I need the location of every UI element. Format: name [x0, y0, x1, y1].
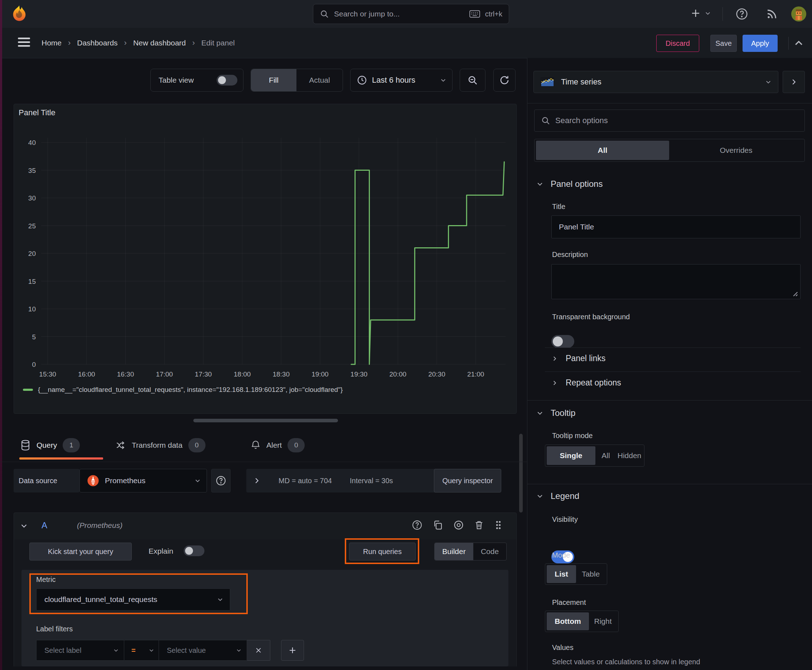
- tooltip-mode-all[interactable]: All: [595, 446, 616, 465]
- legend-header[interactable]: Legend: [536, 491, 579, 501]
- filter-all-option[interactable]: All: [536, 140, 669, 160]
- interval-stat: Interval = 30s: [350, 477, 393, 485]
- operator-dropdown[interactable]: =: [124, 640, 159, 661]
- panel-options-header[interactable]: Panel options: [536, 179, 603, 189]
- time-range-picker[interactable]: Last 6 hours: [350, 69, 453, 91]
- repeat-options-row[interactable]: Repeat options: [551, 378, 621, 387]
- drag-grip-icon[interactable]: [494, 520, 503, 530]
- datasource-picker[interactable]: Prometheus: [80, 469, 207, 492]
- tab-alert[interactable]: Alert 0: [251, 434, 305, 457]
- tabs-divider: [0, 462, 527, 462]
- panel-title-input[interactable]: [551, 215, 800, 239]
- add-menu-button[interactable]: [690, 8, 711, 19]
- zoom-out-button[interactable]: [460, 69, 485, 91]
- select-label-dropdown[interactable]: Select label: [36, 640, 124, 661]
- trash-icon[interactable]: [474, 520, 484, 530]
- filter-overrides-option[interactable]: Overrides: [669, 140, 803, 160]
- run-queries-button[interactable]: Run queries: [349, 543, 416, 560]
- fill-option[interactable]: Fill: [251, 69, 297, 91]
- menu-toggle-button[interactable]: [17, 37, 32, 48]
- svg-text:30: 30: [28, 195, 36, 202]
- query-collapse-chevron[interactable]: [20, 522, 28, 530]
- legend-mode-table[interactable]: Table: [576, 565, 605, 583]
- rss-icon: [765, 7, 778, 20]
- plus-icon: [288, 646, 297, 655]
- options-search-box[interactable]: Search options: [534, 110, 805, 132]
- svg-text:0: 0: [32, 361, 36, 368]
- legend-placement-label: Placement: [552, 599, 586, 607]
- add-filter-button[interactable]: [281, 640, 304, 661]
- query-options-bar[interactable]: MD = auto = 704 Interval = 30s: [246, 469, 446, 492]
- panel-links-row[interactable]: Panel links: [551, 354, 605, 363]
- tooltip-header[interactable]: Tooltip: [536, 408, 575, 418]
- legend-placement-right[interactable]: Right: [589, 612, 617, 630]
- user-avatar[interactable]: [791, 7, 806, 22]
- duplicate-icon[interactable]: [432, 520, 443, 530]
- help-button[interactable]: [736, 7, 748, 20]
- actual-option[interactable]: Actual: [297, 69, 342, 91]
- tab-query[interactable]: Query 1: [20, 434, 80, 457]
- resize-handle-icon[interactable]: [790, 289, 798, 297]
- discard-button[interactable]: Discard: [656, 35, 699, 52]
- legend-mode-label: Mode: [552, 551, 570, 559]
- table-view-toggle[interactable]: [217, 75, 237, 86]
- svg-text:16:00: 16:00: [78, 371, 95, 378]
- panel-resize-handle[interactable]: [193, 419, 338, 422]
- metric-select[interactable]: cloudflared_tunnel_total_requests: [36, 589, 230, 611]
- kick-start-query-button[interactable]: Kick start your query: [29, 543, 132, 560]
- transparent-background-toggle[interactable]: [551, 335, 574, 348]
- breadcrumb-home[interactable]: Home: [42, 39, 61, 47]
- builder-option[interactable]: Builder: [435, 543, 473, 560]
- news-button[interactable]: [765, 7, 778, 20]
- active-tab-underline: [19, 457, 103, 460]
- svg-text:19:00: 19:00: [312, 371, 329, 378]
- svg-text:17:00: 17:00: [156, 371, 173, 378]
- breadcrumb-dashboards[interactable]: Dashboards: [77, 39, 117, 47]
- series-legend-label[interactable]: {__name__="cloudflared_tunnel_total_requ…: [38, 386, 342, 394]
- query-inspector-button[interactable]: Query inspector: [434, 469, 501, 492]
- collapse-pane-button[interactable]: [783, 71, 805, 93]
- all-overrides-switch: All Overrides: [534, 139, 805, 162]
- chevron-down-icon: [236, 648, 242, 653]
- tab-transform-data[interactable]: Transform data 0: [115, 434, 205, 457]
- apply-button[interactable]: Apply: [742, 35, 778, 52]
- tooltip-mode-switch: Single All Hidden: [545, 445, 644, 467]
- grafana-logo[interactable]: [10, 5, 29, 23]
- query-ref-id[interactable]: A: [42, 520, 47, 530]
- svg-text:18:30: 18:30: [273, 371, 290, 378]
- remove-filter-button[interactable]: [247, 640, 270, 661]
- breadcrumb-new-dashboard[interactable]: New dashboard: [133, 39, 186, 47]
- save-button[interactable]: Save: [710, 35, 737, 52]
- panel-links-label: Panel links: [566, 354, 605, 363]
- metric-value: cloudflared_tunnel_total_requests: [44, 595, 217, 604]
- visualization-picker[interactable]: Time series: [534, 71, 778, 93]
- eye-icon[interactable]: [453, 520, 464, 530]
- help-icon[interactable]: [412, 520, 422, 530]
- tooltip-mode-hidden[interactable]: Hidden: [616, 446, 642, 465]
- explain-toggle[interactable]: [184, 545, 204, 556]
- legend-placement-bottom[interactable]: Bottom: [547, 612, 589, 630]
- select-value-dropdown[interactable]: Select value: [159, 640, 247, 661]
- refresh-button[interactable]: [493, 69, 515, 91]
- timeseries-chart[interactable]: 051015202530354015:3016:0016:3017:0017:3…: [14, 104, 517, 390]
- search-icon: [320, 9, 329, 19]
- main-scrollbar[interactable]: [519, 434, 523, 513]
- collapse-header-button[interactable]: [793, 38, 804, 49]
- panel-options-heading: Panel options: [551, 179, 603, 189]
- chevron-right-icon: [551, 355, 558, 362]
- question-circle-icon: [736, 7, 748, 20]
- sidebar-header-divider: [527, 103, 812, 103]
- datasource-label: Data source: [19, 477, 57, 485]
- global-search-box[interactable]: Search or jump to... ctrl+k: [313, 4, 509, 24]
- legend-mode-list[interactable]: List: [547, 565, 576, 583]
- builder-code-switch: Builder Code: [434, 543, 507, 560]
- datasource-help-button[interactable]: [211, 469, 231, 492]
- tooltip-mode-single[interactable]: Single: [547, 446, 595, 465]
- code-option[interactable]: Code: [473, 543, 506, 560]
- datasource-name: Prometheus: [105, 476, 189, 485]
- tab-query-count: 1: [63, 438, 80, 452]
- description-textarea[interactable]: [551, 264, 800, 299]
- visibility-label: Visibility: [552, 515, 578, 524]
- chevron-down-icon: [440, 77, 446, 83]
- tab-query-label: Query: [37, 441, 57, 450]
